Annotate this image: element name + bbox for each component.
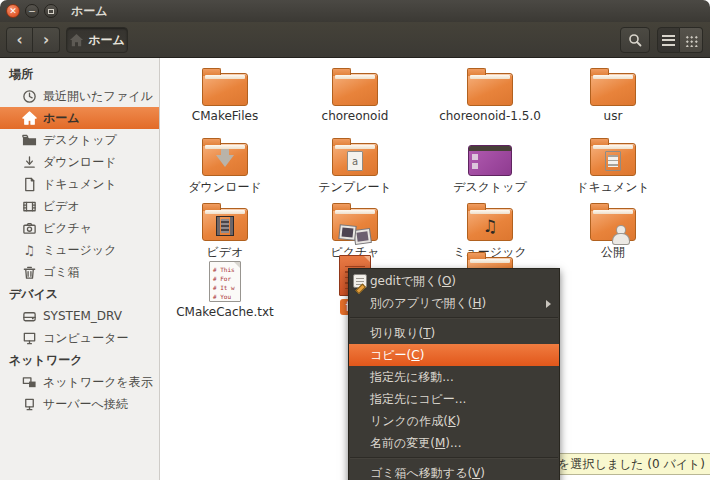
folder-icon xyxy=(467,73,513,106)
file-item[interactable]: 公開 xyxy=(551,201,675,261)
file-name: choreonoid xyxy=(322,109,389,123)
computer-icon xyxy=(22,331,37,346)
file-item[interactable]: choreonoid-1.5.0 xyxy=(428,66,552,123)
menu-item-open-with-gedit[interactable]: geditで開く(O) xyxy=(349,270,559,292)
maximize-button[interactable] xyxy=(44,4,58,18)
file-name: CMakeCache.txt xyxy=(176,305,274,319)
sidebar-item-label: SYSTEM_DRV xyxy=(43,309,122,323)
file-name: usr xyxy=(604,109,623,123)
folder-documents-icon xyxy=(590,143,636,176)
document-icon xyxy=(22,177,37,192)
folder-pictures-icon xyxy=(332,208,378,241)
context-menu: geditで開く(O) 別のアプリで開く(H) 切り取り(T) コピー(C) 指… xyxy=(348,268,560,480)
file-item[interactable]: ダウンロード xyxy=(163,136,287,196)
file-name: ダウンロード xyxy=(188,179,261,196)
gedit-icon xyxy=(353,274,367,288)
sidebar-item-trash[interactable]: ゴミ箱 xyxy=(0,261,159,283)
search-icon xyxy=(628,33,642,47)
menu-separator xyxy=(350,457,558,459)
file-name: choreonoid-1.5.0 xyxy=(439,109,541,123)
menu-item-copy-to[interactable]: 指定先にコピー... xyxy=(349,388,559,410)
file-item[interactable]: usr xyxy=(551,66,675,123)
folder-videos-icon xyxy=(202,208,248,241)
server-icon xyxy=(22,397,37,412)
search-button[interactable] xyxy=(620,27,650,53)
folder-templates-icon: a xyxy=(332,143,378,176)
folder-icon xyxy=(332,73,378,106)
sidebar-item-label: ビデオ xyxy=(43,198,80,215)
close-button[interactable]: ✕ xyxy=(6,4,20,18)
file-name: 公開 xyxy=(601,244,625,261)
titlebar: ✕ − ホーム xyxy=(0,0,710,22)
folder-icon xyxy=(202,73,248,106)
file-item[interactable]: ビデオ xyxy=(163,201,287,261)
window-title: ホーム xyxy=(71,3,108,20)
trash-icon xyxy=(22,265,37,280)
sidebar-item-music[interactable]: ♫ ミュージック xyxy=(0,239,159,261)
file-item[interactable]: CMakeFiles xyxy=(163,66,287,123)
menu-item-move-to-trash[interactable]: ゴミ箱へ移動する(V) xyxy=(349,462,559,480)
drive-icon xyxy=(22,309,37,324)
sidebar-item-label: ゴミ箱 xyxy=(43,264,80,281)
folder-icon xyxy=(590,73,636,106)
download-icon xyxy=(22,155,37,170)
sidebar-item-browse-network[interactable]: ネットワークを表示 xyxy=(0,371,159,393)
path-button-label: ホーム xyxy=(88,32,125,49)
list-view-button[interactable] xyxy=(657,27,680,53)
sidebar-item-videos[interactable]: ビデオ xyxy=(0,195,159,217)
file-item[interactable]: デスクトップ xyxy=(428,136,552,196)
sidebar-item-downloads[interactable]: ダウンロード xyxy=(0,151,159,173)
path-button-home[interactable]: ホーム xyxy=(66,27,128,53)
sidebar-heading-devices: デバイス xyxy=(0,283,159,305)
sidebar-item-recent[interactable]: 最近開いたファイル xyxy=(0,85,159,107)
sidebar-item-computer[interactable]: コンピューター xyxy=(0,327,159,349)
sidebar-item-label: ミュージック xyxy=(43,242,116,259)
menu-item-label: リンクの作成(K) xyxy=(370,413,460,430)
menu-item-copy[interactable]: コピー(C) xyxy=(349,344,559,366)
status-text: ' を選択しました (0 バイト) xyxy=(556,456,705,473)
minimize-button[interactable]: − xyxy=(25,4,39,18)
film-emblem xyxy=(216,216,234,236)
menu-item-make-link[interactable]: リンクの作成(K) xyxy=(349,410,559,432)
sidebar-item-documents[interactable]: ドキュメント xyxy=(0,173,159,195)
back-button[interactable]: ‹ xyxy=(6,27,33,53)
file-item[interactable]: choreonoid xyxy=(293,66,417,123)
home-icon xyxy=(22,111,37,126)
sidebar-item-connect-server[interactable]: サーバーへ接続 xyxy=(0,393,159,415)
maximize-icon xyxy=(48,9,54,14)
sidebar-item-pictures[interactable]: ピクチャ xyxy=(0,217,159,239)
file-item[interactable]: ドキュメント xyxy=(551,136,675,196)
network-icon xyxy=(22,375,37,390)
folder-public-icon xyxy=(590,208,636,241)
file-name: CMakeFiles xyxy=(192,109,258,123)
menu-item-rename[interactable]: 名前の変更(M)... xyxy=(349,432,559,454)
sidebar-heading-network: ネットワーク xyxy=(0,349,159,371)
sidebar-item-label: ダウンロード xyxy=(43,154,116,171)
forward-button[interactable]: › xyxy=(33,27,60,53)
sidebar-item-label: デスクトップ xyxy=(43,132,117,149)
file-item[interactable]: # This # For # It w # You CMakeCache.txt xyxy=(163,256,287,319)
folder-downloads-icon xyxy=(202,143,248,176)
document-emblem xyxy=(605,151,621,171)
grid-view-icon xyxy=(685,34,698,47)
sidebar-item-desktop[interactable]: デスクトップ xyxy=(0,129,159,151)
menu-item-open-with-other[interactable]: 別のアプリで開く(H) xyxy=(349,292,559,314)
submenu-arrow-icon xyxy=(546,300,551,308)
menu-item-cut[interactable]: 切り取り(T) xyxy=(349,322,559,344)
camera-icon xyxy=(22,221,37,236)
menu-item-label: 別のアプリで開く(H) xyxy=(370,295,486,312)
sidebar-item-home[interactable]: ホーム xyxy=(0,107,159,129)
sidebar-item-system-drv[interactable]: SYSTEM_DRV xyxy=(0,305,159,327)
view-toggle xyxy=(657,27,703,53)
sidebar-item-label: コンピューター xyxy=(43,330,128,347)
menu-item-label: ゴミ箱へ移動する(V) xyxy=(370,465,485,480)
clock-icon xyxy=(22,89,37,104)
sidebar-item-label: サーバーへ接続 xyxy=(43,396,128,413)
menu-item-move-to[interactable]: 指定先に移動... xyxy=(349,366,559,388)
file-item[interactable]: a テンプレート xyxy=(293,136,417,196)
grid-view-button[interactable] xyxy=(680,27,703,53)
sidebar-heading-places: 場所 xyxy=(0,63,159,85)
folder-icon xyxy=(22,133,37,148)
menu-separator xyxy=(350,317,558,319)
file-name: デスクトップ xyxy=(453,179,527,196)
